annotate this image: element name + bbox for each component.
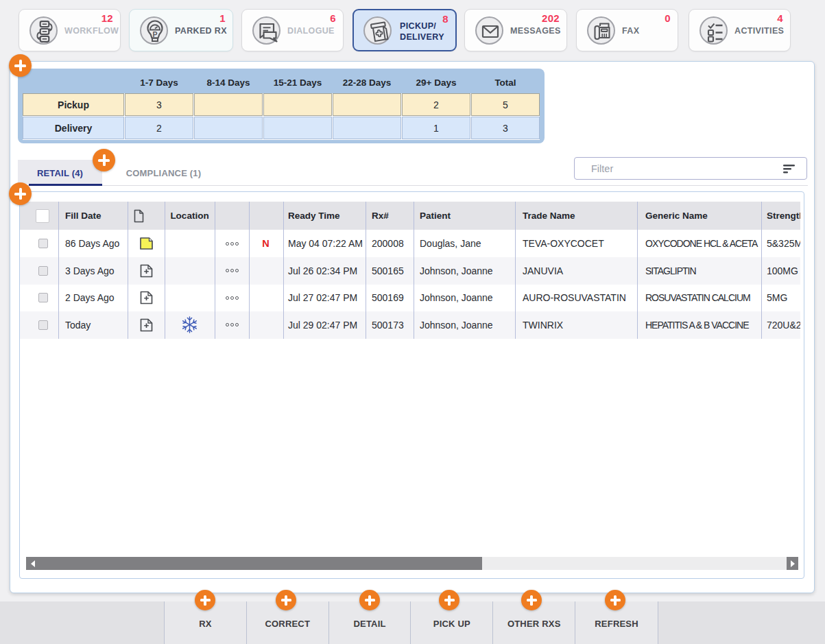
svg-text:P: P [152, 30, 157, 38]
